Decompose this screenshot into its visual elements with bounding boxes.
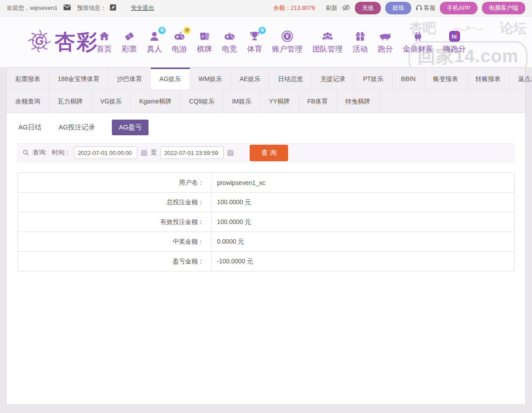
report-tabs: 彩票报表 188金宝博体育 沙巴体育 AG娱乐 WM娱乐 AE娱乐 日结总览 充… bbox=[7, 68, 525, 113]
team-people-icon bbox=[321, 30, 334, 43]
tab-pt[interactable]: PT娱乐 bbox=[354, 68, 392, 90]
tab-bbin[interactable]: BBIN bbox=[392, 68, 425, 90]
withdraw-button[interactable]: 提现 bbox=[385, 2, 411, 14]
nav-activity[interactable]: 活动 bbox=[353, 30, 368, 54]
tripod-cauldron-icon bbox=[412, 30, 424, 43]
nav-sports[interactable]: N 体育 bbox=[247, 30, 262, 54]
calendar-from-icon[interactable] bbox=[140, 149, 148, 156]
nav-lottery[interactable]: 彩票 bbox=[122, 30, 137, 54]
row-label: 用户名： bbox=[18, 173, 212, 193]
logo-flower-icon: G bbox=[27, 29, 52, 56]
tab-transfer-report[interactable]: 转账报表 bbox=[467, 68, 510, 90]
tab-wali-cards[interactable]: 瓦力棋牌 bbox=[49, 90, 92, 112]
tab-shaba-sport[interactable]: 沙巴体育 bbox=[108, 68, 151, 90]
tab-lottery-report[interactable]: 彩票报表 bbox=[7, 68, 49, 90]
nav-account-manage[interactable]: ¥ 账户管理 bbox=[272, 30, 302, 54]
tab-im[interactable]: IM娱乐 bbox=[223, 90, 260, 112]
customer-service-link[interactable]: 客服 bbox=[416, 4, 435, 12]
subtab-ag-profit-loss[interactable]: AG盈亏 bbox=[112, 120, 149, 135]
refresh-button[interactable]: 刷新 bbox=[326, 4, 337, 12]
tab-yy-cards[interactable]: YY棋牌 bbox=[260, 90, 299, 112]
logout-link[interactable]: 安全退出 bbox=[131, 4, 154, 12]
row-label: 盈亏金额： bbox=[18, 252, 212, 271]
nav-paofen[interactable]: 跑分 bbox=[378, 30, 393, 54]
envelope-icon[interactable] bbox=[64, 4, 71, 12]
tab-fb-sport[interactable]: FB体育 bbox=[299, 90, 337, 112]
nav-live-casino[interactable]: N 真人 bbox=[147, 30, 162, 54]
to-label: 至 bbox=[151, 149, 157, 157]
nav-esports[interactable]: 电竞 bbox=[222, 30, 237, 54]
nav-card-games[interactable]: 棋牌 bbox=[197, 30, 212, 54]
customer-service-label: 客服 bbox=[424, 4, 435, 12]
row-value: prowipseven1_xc bbox=[211, 173, 514, 193]
tab-vg[interactable]: VG娱乐 bbox=[92, 90, 131, 112]
edit-icon[interactable] bbox=[110, 4, 116, 12]
welcome-text: 欢迎您，wipseven1 bbox=[7, 4, 57, 12]
table-row: 用户名： prowipseven1_xc bbox=[18, 173, 515, 193]
pc-client-button[interactable]: 电脑客户端 bbox=[482, 2, 525, 14]
tab-rebate-total[interactable]: 返点总额 bbox=[510, 68, 532, 90]
nav-team-manage[interactable]: 团队管理 bbox=[312, 30, 343, 54]
table-row: 盈亏金额： -100.0000 元 bbox=[18, 252, 515, 271]
nav-hi-paofen[interactable]: hi 嗨跑分 bbox=[443, 30, 466, 54]
calendar-to-icon[interactable] bbox=[227, 149, 234, 156]
report-tabs-row2: 余额查询 瓦力棋牌 VG娱乐 Kgame棋牌 CQ9娱乐 IM娱乐 YY棋牌 F… bbox=[7, 90, 525, 112]
main-panel: 彩票报表 188金宝博体育 沙巴体育 AG娱乐 WM娱乐 AE娱乐 日结总览 充… bbox=[6, 67, 526, 405]
site-logo[interactable]: G 杏彩 bbox=[27, 28, 98, 56]
main-nav: 首页 彩票 N 真人 H 电游 棋牌 电竞 N 体育 ¥ bbox=[97, 30, 466, 54]
tab-ag[interactable]: AG娱乐 bbox=[151, 68, 190, 90]
ticket-icon bbox=[123, 30, 136, 43]
nav-jinding-wealth[interactable]: 金鼎财富 bbox=[403, 30, 433, 54]
nav-egames[interactable]: H 电游 bbox=[172, 30, 187, 54]
table-row: 总投注金额： 100.0000 元 bbox=[18, 193, 515, 212]
logo-text: 杏彩 bbox=[55, 28, 98, 56]
coin-yuan-icon: ¥ bbox=[281, 30, 294, 43]
query-submit-button[interactable]: 查 询 bbox=[250, 145, 288, 161]
tab-balance-query[interactable]: 余额查询 bbox=[7, 90, 49, 112]
row-value: 100.0000 元 bbox=[211, 212, 514, 232]
profit-loss-table: 用户名： prowipseven1_xc 总投注金额： 100.0000 元 有… bbox=[17, 172, 515, 271]
nav-badge-n2: N bbox=[259, 27, 266, 34]
reserved-info-label: 预留信息： bbox=[77, 4, 106, 12]
ag-subtabs: AG日结 AG投注记录 AG盈亏 bbox=[7, 113, 525, 140]
esports-gamepad-icon bbox=[223, 30, 236, 43]
query-bar: 查询: 时间： 至 查 询 bbox=[17, 143, 515, 162]
table-row: 中奖金额： 0.0000 元 bbox=[18, 232, 515, 252]
rhino-icon bbox=[378, 30, 392, 43]
tab-ae[interactable]: AE娱乐 bbox=[231, 68, 269, 90]
tab-188-sport[interactable]: 188金宝博体育 bbox=[49, 68, 108, 90]
time-from-input[interactable] bbox=[74, 146, 137, 159]
table-row: 有效投注金额： 100.0000 元 bbox=[18, 212, 515, 232]
tab-daily-summary[interactable]: 日结总览 bbox=[269, 68, 312, 90]
nav-home[interactable]: 首页 bbox=[97, 30, 112, 54]
svg-text:¥: ¥ bbox=[286, 33, 289, 39]
svg-text:G: G bbox=[35, 34, 43, 47]
balance-text: 余额：213.8079 bbox=[273, 4, 315, 12]
gift-icon bbox=[354, 30, 366, 43]
subtab-ag-daily[interactable]: AG日结 bbox=[18, 123, 42, 132]
time-to-input[interactable] bbox=[160, 146, 224, 159]
row-label: 中奖金额： bbox=[18, 232, 212, 252]
home-icon bbox=[98, 30, 111, 43]
tab-account-change-report[interactable]: 账变报表 bbox=[425, 68, 467, 90]
tab-cq9[interactable]: CQ9娱乐 bbox=[181, 90, 224, 112]
tab-deposit-withdraw-record[interactable]: 充提记录 bbox=[312, 68, 354, 90]
row-value: 0.0000 元 bbox=[211, 232, 514, 252]
tab-kgame-cards[interactable]: Kgame棋牌 bbox=[131, 90, 180, 112]
eye-off-icon[interactable] bbox=[342, 4, 350, 13]
row-label: 总投注金额： bbox=[18, 193, 212, 212]
tab-wm[interactable]: WM娱乐 bbox=[190, 68, 231, 90]
cards-icon bbox=[198, 30, 211, 43]
subtab-ag-bet-record[interactable]: AG投注记录 bbox=[59, 123, 95, 132]
nav-badge-n: N bbox=[158, 27, 166, 34]
nav-badge-h: H bbox=[183, 27, 191, 34]
hi-app-icon: hi bbox=[448, 30, 461, 43]
recharge-button[interactable]: 充值 bbox=[355, 2, 381, 14]
report-tabs-row1: 彩票报表 188金宝博体育 沙巴体育 AG娱乐 WM娱乐 AE娱乐 日结总览 充… bbox=[7, 68, 525, 90]
site-header: G 杏彩 首页 彩票 N 真人 H 电游 棋牌 电竞 bbox=[0, 17, 532, 67]
mobile-app-button[interactable]: 手机APP bbox=[440, 2, 477, 14]
search-icon bbox=[22, 149, 30, 156]
top-bar: 欢迎您，wipseven1 预留信息： 安全退出 余额：213.8079 刷新 … bbox=[0, 0, 532, 17]
tab-tetu-cards[interactable]: 特兔棋牌 bbox=[337, 90, 379, 112]
svg-text:hi: hi bbox=[451, 33, 456, 40]
